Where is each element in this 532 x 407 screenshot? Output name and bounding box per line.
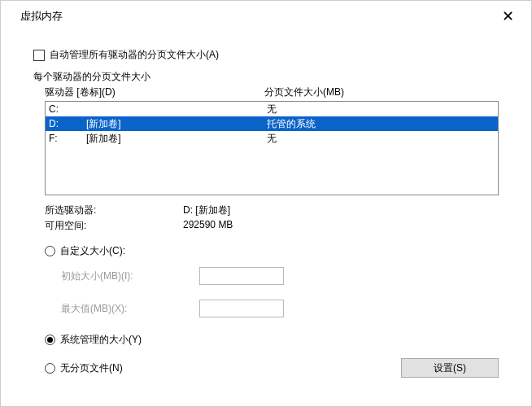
custom-size-radio[interactable]: [45, 246, 55, 256]
max-size-input[interactable]: [199, 300, 284, 317]
drive-row[interactable]: C: 无: [46, 102, 498, 116]
header-drive: 驱动器 [卷标](D): [45, 85, 264, 99]
titlebar: 虚拟内存 ✕: [1, 1, 531, 32]
system-managed-radio-row[interactable]: 系统管理的大小(Y): [45, 333, 499, 347]
drive-list[interactable]: C: 无 D: [新加卷] 托管的系统 F: [新加卷] 无: [45, 101, 499, 195]
dialog-title: 虚拟内存: [20, 9, 63, 24]
drive-label: [新加卷]: [86, 117, 267, 130]
max-size-row: 最大值(MB)(X):: [61, 299, 499, 318]
system-managed-radio[interactable]: [45, 335, 55, 345]
drive-list-headers: 驱动器 [卷标](D) 分页文件大小(MB): [45, 85, 499, 99]
drive-letter: D:: [49, 117, 86, 130]
drive-letter: C:: [49, 103, 86, 116]
initial-size-input[interactable]: [199, 267, 284, 285]
drive-label: [新加卷]: [86, 132, 267, 145]
drive-pagefile: 无: [267, 103, 495, 116]
drive-row[interactable]: F: [新加卷] 无: [46, 131, 498, 146]
selected-drive-row: 所选驱动器: D: [新加卷]: [45, 204, 499, 217]
available-space-row: 可用空间: 292590 MB: [45, 219, 499, 233]
initial-size-row: 初始大小(MB)(I):: [61, 266, 499, 286]
auto-manage-checkbox[interactable]: [33, 50, 45, 61]
drive-pagefile: 托管的系统: [267, 117, 495, 130]
max-size-label: 最大值(MB)(X):: [61, 302, 199, 316]
dialog-body: 自动管理所有驱动器的分页文件大小(A) 每个驱动器的分页文件大小 驱动器 [卷标…: [1, 32, 531, 378]
drive-pagefile: 无: [267, 132, 495, 145]
set-button[interactable]: 设置(S): [401, 358, 499, 378]
system-managed-label: 系统管理的大小(Y): [60, 333, 142, 347]
selected-drive-label: 所选驱动器:: [45, 204, 183, 217]
virtual-memory-dialog: 虚拟内存 ✕ 自动管理所有驱动器的分页文件大小(A) 每个驱动器的分页文件大小 …: [0, 0, 532, 407]
drive-letter: F:: [49, 132, 86, 145]
initial-size-label: 初始大小(MB)(I):: [61, 269, 199, 283]
no-paging-radio[interactable]: [45, 363, 55, 374]
close-button[interactable]: ✕: [495, 7, 520, 25]
custom-size-radio-row[interactable]: 自定义大小(C):: [45, 244, 499, 258]
auto-manage-checkbox-row[interactable]: 自动管理所有驱动器的分页文件大小(A): [33, 48, 499, 62]
drive-row[interactable]: D: [新加卷] 托管的系统: [46, 116, 498, 131]
available-space-label: 可用空间:: [45, 219, 183, 233]
auto-manage-label: 自动管理所有驱动器的分页文件大小(A): [50, 48, 219, 62]
no-paging-radio-row[interactable]: 无分页文件(N): [45, 361, 401, 375]
available-space-value: 292590 MB: [183, 219, 233, 233]
section-label: 每个驱动器的分页文件大小: [33, 70, 499, 84]
selected-drive-value: D: [新加卷]: [183, 204, 230, 217]
no-paging-label: 无分页文件(N): [60, 361, 123, 375]
header-pagefile: 分页文件大小(MB): [264, 85, 499, 99]
no-paging-row: 无分页文件(N) 设置(S): [45, 358, 499, 378]
drive-label: [86, 103, 267, 116]
custom-size-label: 自定义大小(C):: [60, 244, 125, 258]
